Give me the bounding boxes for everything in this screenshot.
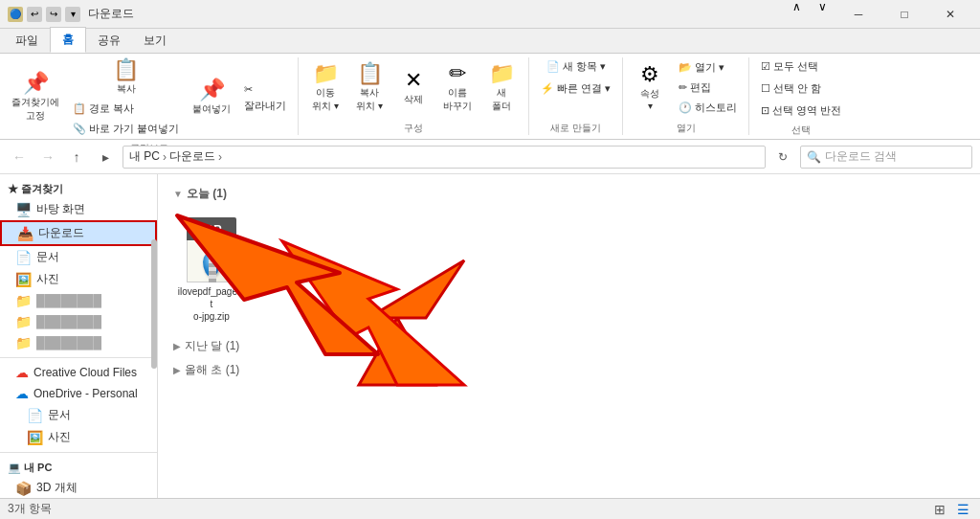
path-separator2: › — [218, 150, 222, 164]
sidebar-item-desktop[interactable]: 🖥️ 바탕 화면 — [0, 198, 157, 220]
quick-access-button[interactable]: ⚡ 빠른 연결 ▾ — [537, 79, 614, 98]
sidebar-item-documents[interactable]: 📄 문서 — [0, 246, 157, 268]
desktop-icon: 🖥️ — [15, 202, 32, 217]
select-all-button[interactable]: ☑ 모두 선택 — [757, 57, 822, 76]
select-label: 선택 — [791, 124, 811, 137]
select-group: ☑ 모두 선택 ☐ 선택 안 함 ⊡ 선택 영역 반전 선택 — [749, 57, 853, 135]
chevron-down-icon[interactable]: ∨ — [811, 0, 835, 29]
sidebar-item-3d[interactable]: 📦 3D 개체 — [0, 477, 157, 498]
new-label: 새로 만들기 — [550, 122, 601, 135]
redo-icon[interactable]: ↪ — [46, 7, 61, 22]
folder-icon1: 📁 — [15, 293, 32, 308]
sidebar-item-cc-label: Creative Cloud Files — [33, 366, 137, 379]
sidebar-item-documents-label: 문서 — [36, 249, 59, 265]
new-folder-button[interactable]: 📁 새폴더 — [482, 61, 521, 115]
refresh-button[interactable]: ↻ — [771, 146, 794, 169]
sidebar-item-extra2[interactable]: 📁 ████████ — [0, 311, 157, 332]
sidebar-scrollbar[interactable] — [151, 239, 157, 369]
copy-to-button[interactable]: 📋 복사위치 ▾ — [350, 61, 389, 115]
view-controls: ⊞ ☰ — [930, 500, 972, 519]
sidebar-divider1 — [0, 357, 157, 358]
tab-view[interactable]: 보기 — [132, 29, 178, 53]
sidebar-item-od-documents-label: 문서 — [48, 407, 71, 423]
today-label: 오늘 (1) — [187, 186, 227, 202]
copy-to-icon: 📋 — [357, 63, 383, 84]
move-button[interactable]: 📁 이동위치 ▾ — [306, 61, 345, 115]
back-button[interactable]: ← — [8, 146, 31, 169]
open-icon: 📂 — [679, 61, 692, 74]
organize-group: 📁 이동위치 ▾ 📋 복사위치 ▾ ✕ 삭제 ✏ 이름바꾸기 📁 새폴더 구성 — [299, 57, 529, 135]
last-month-label: 지난 달 (1) — [185, 338, 239, 354]
open-label: 열기 — [677, 122, 696, 135]
window-controls: ∧ ∨ ─ □ ✕ — [785, 0, 972, 29]
list-view-button[interactable]: ☰ — [953, 500, 972, 519]
open-button[interactable]: 📂 열기 ▾ — [675, 58, 741, 77]
quick-access-icon[interactable]: 🔵 — [8, 7, 23, 22]
search-placeholder: 다운로드 검색 — [825, 148, 897, 165]
select-buttons: ☑ 모두 선택 ☐ 선택 안 함 ⊡ 선택 영역 반전 — [757, 57, 845, 120]
copy-path-button[interactable]: 📋 경로 복사 — [69, 100, 183, 118]
rename-icon: ✏ — [449, 63, 466, 84]
this-year-section-header[interactable]: ▶ 올해 초 (1) — [173, 358, 965, 382]
history-button[interactable]: 🕐 히스토리 — [675, 99, 741, 117]
delete-button[interactable]: ✕ 삭제 — [394, 68, 433, 108]
sidebar-item-extra3[interactable]: 📁 ████████ — [0, 332, 157, 353]
shortcut-button[interactable]: 📎 바로 가기 붙여넣기 — [69, 120, 183, 138]
sidebar-item-od-documents[interactable]: 📄 문서 — [0, 404, 157, 426]
tab-home[interactable]: 홈 — [50, 27, 86, 53]
thispc-section: 💻 내 PC 📦 3D 개체 📥 다운로드 🎬 동영상 📄 문서 — [0, 457, 157, 498]
maximize-button[interactable]: □ — [882, 0, 926, 29]
today-section-header[interactable]: ▼ 오늘 (1) — [173, 182, 965, 206]
today-files: ZIP ilovepdf_pages-to-jpg.zip — [173, 206, 965, 334]
documents-icon: 📄 — [15, 250, 32, 265]
expand-button[interactable]: ▸ — [94, 146, 117, 169]
paste-button[interactable]: 📌 붙여넣기 — [189, 78, 234, 118]
sidebar-item-extra1[interactable]: 📁 ████████ — [0, 290, 157, 311]
cut-icon: ✂ — [244, 83, 253, 96]
select-none-button[interactable]: ☐ 선택 안 함 — [757, 79, 825, 98]
sidebar-item-od-pictures-label: 사진 — [48, 429, 71, 445]
cloud-section: ☁ Creative Cloud Files ☁ OneDrive - Pers… — [0, 362, 157, 448]
tab-share[interactable]: 공유 — [86, 29, 132, 53]
edit-button[interactable]: ✏ 편집 — [675, 79, 741, 97]
close-button[interactable]: ✕ — [928, 0, 972, 29]
zip-file-item[interactable]: ZIP ilovepdf_pages-to-jpg.zip — [173, 214, 250, 327]
onedrive-icon: ☁ — [15, 386, 29, 401]
tab-file[interactable]: 파일 — [4, 29, 50, 53]
invert-selection-button[interactable]: ⊡ 선택 영역 반전 — [757, 102, 845, 120]
pictures-icon: 🖼️ — [15, 272, 32, 287]
undo-icon[interactable]: ↩ — [27, 7, 42, 22]
sidebar-item-od-pictures[interactable]: 🖼️ 사진 — [0, 426, 157, 448]
pin-button[interactable]: 📌 즐겨찾기에고정 — [8, 71, 63, 124]
zip-file-name: ilovepdf_pages-to-jpg.zip — [177, 285, 246, 323]
sidebar: ★ 즐겨찾기 🖥️ 바탕 화면 📥 다운로드 📄 문서 🖼️ 사진 📁 ████… — [0, 174, 158, 498]
up-button[interactable]: ↑ — [65, 146, 88, 169]
chevron-up-icon[interactable]: ∧ — [785, 0, 809, 29]
copy-path-icon: 📋 — [73, 102, 86, 115]
sidebar-item-creative-cloud[interactable]: ☁ Creative Cloud Files — [0, 362, 157, 383]
customize-icon[interactable]: ▾ — [65, 7, 80, 22]
last-month-section-header[interactable]: ▶ 지난 달 (1) — [173, 334, 965, 358]
ribbon-tabs: 파일 홈 공유 보기 — [0, 29, 980, 54]
grid-view-button[interactable]: ⊞ — [930, 500, 949, 519]
history-icon: 🕐 — [679, 102, 692, 114]
rename-button[interactable]: ✏ 이름바꾸기 — [438, 61, 477, 115]
downloads-icon: 📥 — [17, 226, 33, 241]
forward-button[interactable]: → — [36, 146, 59, 169]
cut-button[interactable]: ✂ 잘라내기 — [240, 81, 290, 115]
sidebar-item-downloads[interactable]: 📥 다운로드 — [0, 220, 157, 246]
delete-icon: ✕ — [405, 70, 422, 91]
sidebar-item-desktop-label: 바탕 화면 — [36, 201, 85, 217]
copy-button[interactable]: 📋 복사 — [69, 57, 183, 98]
sidebar-item-onedrive[interactable]: ☁ OneDrive - Personal — [0, 383, 157, 404]
search-box[interactable]: 🔍 다운로드 검색 — [800, 146, 972, 169]
new-item-icon: 📄 — [546, 60, 560, 73]
this-year-label: 올해 초 (1) — [185, 362, 239, 378]
last-month-chevron: ▶ — [173, 341, 181, 351]
properties-button[interactable]: ⚙ 속성▾ — [631, 62, 669, 113]
new-item-button[interactable]: 📄 새 항목 ▾ — [543, 57, 610, 76]
address-path[interactable]: 내 PC › 다운로드 › — [122, 146, 766, 169]
sidebar-item-pictures[interactable]: 🖼️ 사진 — [0, 268, 157, 290]
minimize-button[interactable]: ─ — [836, 0, 880, 29]
path-separator: › — [163, 150, 167, 164]
